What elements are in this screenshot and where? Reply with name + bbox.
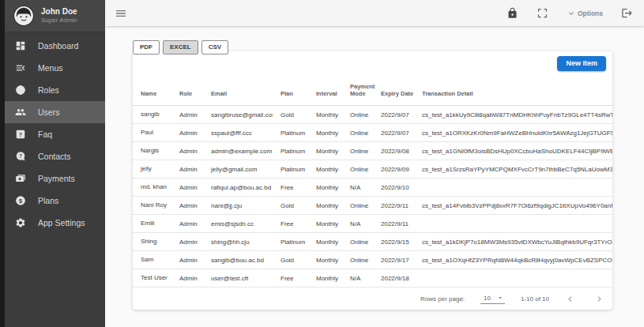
cell-name: Sam bbox=[133, 251, 171, 269]
cell-interval: Monthly bbox=[308, 160, 342, 179]
cell-payment-mode: Online bbox=[342, 106, 373, 124]
options-dropdown[interactable]: Options bbox=[567, 9, 603, 18]
export-button-excel[interactable]: EXCEL bbox=[163, 40, 198, 54]
table-body: sangib Admin sangibruse@gmail.com Gold M… bbox=[133, 106, 612, 288]
globe-icon bbox=[15, 85, 26, 96]
column-header-interval: Interval bbox=[308, 78, 342, 106]
sidebar-item-app-settings[interactable]: App Settings bbox=[5, 212, 105, 234]
table-row: Paul Admin sspaul@fff.ccc Platinum Month… bbox=[133, 124, 612, 142]
cell-role: Admin bbox=[171, 233, 203, 251]
users-table-card: New Item NameRoleEmailPlanIntervalPaymen… bbox=[133, 51, 612, 310]
cell-interval: Monthly bbox=[308, 179, 342, 197]
cell-email: jelly@gmail.com bbox=[203, 160, 273, 179]
table-row: Test User Admin user@test.cft Free Month… bbox=[133, 269, 612, 288]
cell-transaction-detail: cs_test_a1GNI0fM3oisBDsHUp0XCcbuHaShoUDK… bbox=[414, 142, 612, 160]
sidebar-item-dashboard[interactable]: Dashboard bbox=[5, 35, 105, 57]
cell-payment-mode: N/A bbox=[342, 269, 373, 288]
cell-transaction-detail: cs_test_a1kDKjP7o18MW3Ms935vtDXWbcYuJiBq… bbox=[414, 233, 612, 251]
sidebar-item-faq[interactable]: ? Faq bbox=[5, 123, 105, 145]
cell-expiry-date: 2022/9/07 bbox=[373, 106, 414, 124]
cell-payment-mode: Online bbox=[342, 160, 373, 179]
cell-name: jelly bbox=[133, 160, 171, 179]
new-item-button[interactable]: New Item bbox=[557, 56, 606, 71]
cell-email: user@test.cft bbox=[203, 269, 273, 288]
cell-role: Admin bbox=[171, 142, 203, 160]
column-header-name: Name bbox=[133, 78, 171, 106]
sidebar-item-roles[interactable]: Roles bbox=[5, 79, 105, 101]
table-row: sangib Admin sangibruse@gmail.com Gold M… bbox=[133, 106, 612, 124]
table-row: Nani Roy Admin nani@jj.cju Gold Monthly … bbox=[133, 197, 612, 215]
chevron-right-icon bbox=[594, 294, 604, 304]
column-header-email: Email bbox=[203, 78, 273, 106]
cell-role: Admin bbox=[171, 106, 203, 124]
cell-plan: Platinum bbox=[273, 142, 308, 160]
export-button-pdf[interactable]: PDF bbox=[133, 40, 160, 54]
card-header: New Item bbox=[133, 51, 612, 78]
cell-interval: Monthly bbox=[308, 142, 342, 160]
gear-icon bbox=[15, 217, 26, 228]
question-square-icon: ? bbox=[15, 129, 26, 140]
cell-expiry-date: 2022/9/11 bbox=[373, 215, 414, 233]
sidebar-item-plans[interactable]: $ Plans bbox=[5, 190, 105, 212]
cell-role: Admin bbox=[171, 160, 203, 179]
cell-email: emis@sjsdh.cc bbox=[203, 215, 273, 233]
cell-email: admin@example.com bbox=[203, 142, 273, 160]
sidebar-item-label: Roles bbox=[38, 85, 59, 95]
cell-payment-mode: N/A bbox=[342, 179, 373, 197]
table-row: Nargis Admin admin@example.com Platinum … bbox=[133, 142, 612, 160]
svg-text:?: ? bbox=[19, 153, 22, 159]
sidebar-item-contacts[interactable]: ? Contacts bbox=[5, 145, 105, 167]
sidebar-item-menus[interactable]: Menus bbox=[5, 57, 105, 79]
cell-expiry-date: 2022/9/10 bbox=[373, 179, 414, 197]
previous-page-button[interactable] bbox=[565, 294, 575, 304]
cell-transaction-detail: cs_test_a1SrzsRaYPyYMCPQMXFvcCrT9n7lhbBe… bbox=[414, 160, 612, 179]
main-area: Options PDFEXCELCSV New Item bbox=[105, 0, 644, 327]
chevron-down-icon bbox=[496, 294, 504, 302]
people-icon bbox=[15, 107, 26, 118]
rows-per-page-label: Rows per page: bbox=[420, 295, 465, 303]
sidebar-item-payments[interactable]: Payments bbox=[5, 167, 105, 190]
sidebar-menu: Dashboard Menus Roles Users ? Faq ? Cont… bbox=[5, 32, 105, 234]
column-header-plan: Plan bbox=[273, 78, 308, 106]
table-row: jelly Admin jelly@gmail.com Platinum Mon… bbox=[133, 160, 612, 179]
cell-role: Admin bbox=[171, 124, 203, 142]
fullscreen-icon[interactable] bbox=[537, 7, 548, 19]
column-header-transaction-detail: Transaction Detail bbox=[414, 78, 612, 106]
sidebar-item-label: Payments bbox=[38, 174, 75, 183]
column-header-role: Role bbox=[171, 78, 203, 106]
sidebar-item-users[interactable]: Users bbox=[5, 101, 105, 123]
cell-role: Admin bbox=[171, 269, 203, 288]
next-page-button[interactable] bbox=[594, 294, 604, 304]
cell-name: Paul bbox=[133, 124, 171, 142]
cell-plan: Platinum bbox=[273, 124, 308, 142]
cell-transaction-detail: cs_test_a1OXqHfZ3YPRqfd8W44qkBcRllHqvyj0… bbox=[414, 251, 612, 269]
cell-transaction-detail bbox=[414, 269, 612, 288]
cell-role: Admin bbox=[171, 197, 203, 215]
cell-interval: Monthly bbox=[308, 197, 342, 215]
cell-payment-mode: Online bbox=[342, 233, 373, 251]
cell-expiry-date: 2022/9/18 bbox=[373, 269, 414, 288]
cell-interval: Monthly bbox=[308, 269, 342, 288]
sidebar-item-label: Contacts bbox=[38, 152, 70, 161]
rows-per-page-select[interactable]: 10 bbox=[480, 293, 505, 304]
cell-plan: Platinum bbox=[273, 233, 308, 251]
cell-transaction-detail: cs_test_a1ORXKzKr0Nm9FaHWZeBHnuldKhr5AWA… bbox=[414, 124, 612, 142]
cell-plan: Gold bbox=[273, 197, 308, 215]
sidebar-item-label: Dashboard bbox=[38, 41, 78, 51]
avatar bbox=[13, 6, 34, 26]
cell-plan: Free bbox=[273, 215, 308, 233]
cell-role: Admin bbox=[171, 215, 203, 233]
user-name: John Doe bbox=[41, 7, 77, 17]
export-button-csv[interactable]: CSV bbox=[201, 40, 228, 54]
menu-icon[interactable] bbox=[115, 7, 127, 20]
lock-icon[interactable] bbox=[507, 7, 518, 19]
cell-transaction-detail bbox=[414, 215, 612, 233]
logout-icon[interactable] bbox=[621, 7, 633, 19]
table-header-row: NameRoleEmailPlanIntervalPayment ModeExp… bbox=[133, 78, 612, 106]
users-table: NameRoleEmailPlanIntervalPayment ModeExp… bbox=[133, 78, 612, 288]
cell-interval: Monthly bbox=[308, 106, 342, 124]
options-label: Options bbox=[578, 9, 603, 17]
svg-text:?: ? bbox=[19, 132, 22, 137]
sidebar: John Doe Super Admin Dashboard Menus Rol… bbox=[0, 0, 105, 327]
user-profile: John Doe Super Admin bbox=[5, 0, 105, 32]
